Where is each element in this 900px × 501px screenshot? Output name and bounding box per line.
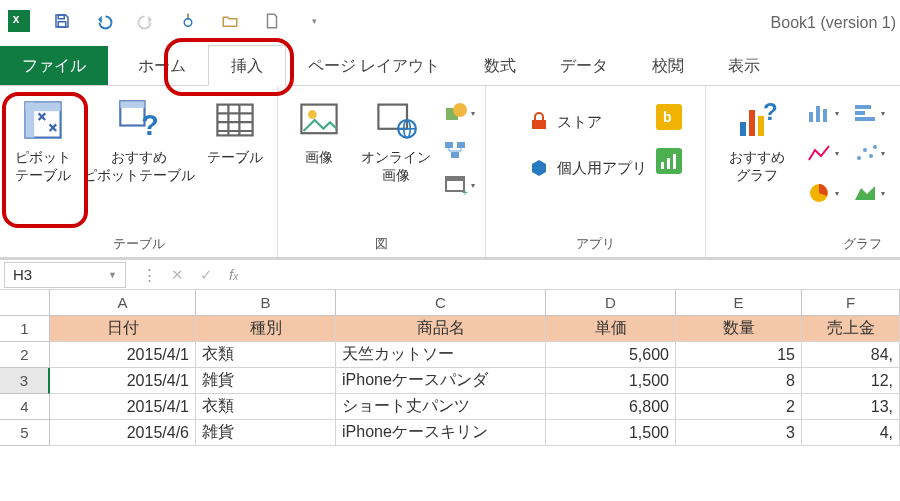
svg-point-47: [869, 154, 873, 158]
svg-point-22: [453, 103, 467, 117]
bing-maps-button[interactable]: b: [656, 104, 682, 130]
cell-F4[interactable]: 13,: [802, 394, 900, 420]
col-header-F[interactable]: F: [802, 290, 900, 316]
tab-file[interactable]: ファイル: [0, 46, 108, 85]
svg-rect-43: [855, 111, 865, 115]
touch-mode-icon[interactable]: [178, 11, 198, 31]
bar-chart-button[interactable]: ▾: [850, 96, 888, 130]
worksheet-grid[interactable]: A B C D E F 1 日付 種別 商品名 単価 数量 売上金 2 2015…: [0, 290, 900, 446]
tab-layout[interactable]: ページ レイアウト: [286, 46, 462, 85]
svg-rect-33: [667, 158, 670, 169]
people-graph-button[interactable]: [656, 148, 682, 174]
cell-C5[interactable]: iPhoneケースキリン: [336, 420, 546, 446]
tab-view[interactable]: 表示: [706, 46, 782, 85]
cell-C4[interactable]: ショート丈パンツ: [336, 394, 546, 420]
table-button[interactable]: テーブル: [197, 96, 273, 166]
col-header-A[interactable]: A: [50, 290, 196, 316]
cell-D4[interactable]: 6,800: [546, 394, 676, 420]
scatter-chart-button[interactable]: ▾: [850, 136, 888, 170]
cancel-icon[interactable]: ✕: [171, 266, 184, 284]
cell-E1[interactable]: 数量: [676, 316, 802, 342]
cell-C3[interactable]: iPhoneケースパンダ: [336, 368, 546, 394]
recommended-pivot-icon: ?: [117, 98, 161, 142]
cell-D3[interactable]: 1,500: [546, 368, 676, 394]
row-header-4[interactable]: 4: [0, 394, 50, 420]
cell-A5[interactable]: 2015/4/6: [50, 420, 196, 446]
picture-button[interactable]: 画像: [289, 96, 349, 166]
tab-formulas[interactable]: 数式: [462, 46, 538, 85]
myapps-icon: [529, 158, 549, 178]
group-apps-label: アプリ: [576, 235, 615, 255]
cell-A3[interactable]: 2015/4/1: [50, 368, 196, 394]
cell-C2[interactable]: 天竺カットソー: [336, 342, 546, 368]
tab-review[interactable]: 校閲: [630, 46, 706, 85]
svg-rect-17: [378, 105, 407, 129]
row-header-5[interactable]: 5: [0, 420, 50, 446]
cell-A1[interactable]: 日付: [50, 316, 196, 342]
store-icon: [529, 112, 549, 132]
col-header-D[interactable]: D: [546, 290, 676, 316]
cell-B5[interactable]: 雑貨: [196, 420, 336, 446]
shapes-button[interactable]: ▾: [443, 100, 475, 126]
pie-chart-button[interactable]: ▾: [804, 176, 842, 210]
recommended-charts-button[interactable]: ? おすすめ グラフ: [718, 96, 796, 184]
store-button[interactable]: ストア: [523, 108, 608, 136]
undo-icon[interactable]: [94, 11, 114, 31]
col-header-B[interactable]: B: [196, 290, 336, 316]
svg-rect-35: [740, 122, 746, 136]
cell-E4[interactable]: 2: [676, 394, 802, 420]
formula-input[interactable]: [254, 263, 900, 287]
svg-rect-5: [25, 102, 34, 137]
line-chart-button[interactable]: ▾: [804, 136, 842, 170]
tab-insert[interactable]: 挿入: [208, 45, 286, 86]
smartart-button[interactable]: [443, 136, 475, 162]
cell-D2[interactable]: 5,600: [546, 342, 676, 368]
group-illustrations: 画像 オンライン 画像 ▾ +▾ 図: [278, 86, 486, 257]
pivot-table-button[interactable]: ピボット テーブル: [5, 96, 81, 184]
cell-E3[interactable]: 8: [676, 368, 802, 394]
cell-F3[interactable]: 12,: [802, 368, 900, 394]
open-icon[interactable]: [220, 11, 240, 31]
cell-B2[interactable]: 衣類: [196, 342, 336, 368]
cell-A2[interactable]: 2015/4/1: [50, 342, 196, 368]
group-tables: ピボット テーブル ? おすすめ ピボットテーブル テーブル テーブル: [0, 86, 278, 257]
column-chart-button[interactable]: ▾: [804, 96, 842, 130]
recommended-pivot-button[interactable]: ? おすすめ ピボットテーブル: [89, 96, 189, 184]
cell-B3[interactable]: 雑貨: [196, 368, 336, 394]
cell-F2[interactable]: 84,: [802, 342, 900, 368]
new-icon[interactable]: [262, 11, 282, 31]
cell-A4[interactable]: 2015/4/1: [50, 394, 196, 420]
tab-data[interactable]: データ: [538, 46, 630, 85]
cell-F5[interactable]: 4,: [802, 420, 900, 446]
select-all-corner[interactable]: [0, 290, 50, 316]
cell-D5[interactable]: 1,500: [546, 420, 676, 446]
row-header-3[interactable]: 3: [0, 368, 50, 394]
quick-access-toolbar: ▾: [8, 10, 324, 32]
redo-icon[interactable]: [136, 11, 156, 31]
fx-icon[interactable]: fx: [229, 266, 238, 283]
shapes-column: ▾ +▾: [443, 96, 475, 198]
save-icon[interactable]: [52, 11, 72, 31]
area-chart-button[interactable]: ▾: [850, 176, 888, 210]
group-charts-label: グラフ: [843, 235, 882, 255]
cell-B1[interactable]: 種別: [196, 316, 336, 342]
col-header-E[interactable]: E: [676, 290, 802, 316]
cell-E2[interactable]: 15: [676, 342, 802, 368]
svg-point-45: [857, 156, 861, 160]
row-header-1[interactable]: 1: [0, 316, 50, 342]
row-header-2[interactable]: 2: [0, 342, 50, 368]
qat-more-icon[interactable]: ▾: [304, 11, 324, 31]
col-header-C[interactable]: C: [336, 290, 546, 316]
myapps-button[interactable]: 個人用アプリ ▾: [523, 154, 668, 182]
cell-C1[interactable]: 商品名: [336, 316, 546, 342]
svg-rect-36: [749, 110, 755, 136]
name-box[interactable]: H3 ▼: [4, 262, 126, 288]
online-picture-button[interactable]: オンライン 画像: [357, 96, 435, 184]
enter-icon[interactable]: ✓: [200, 266, 213, 284]
cell-E5[interactable]: 3: [676, 420, 802, 446]
screenshot-button[interactable]: +▾: [443, 172, 475, 198]
cell-D1[interactable]: 単価: [546, 316, 676, 342]
cell-F1[interactable]: 売上金: [802, 316, 900, 342]
cell-B4[interactable]: 衣類: [196, 394, 336, 420]
tab-home[interactable]: ホーム: [116, 46, 208, 85]
